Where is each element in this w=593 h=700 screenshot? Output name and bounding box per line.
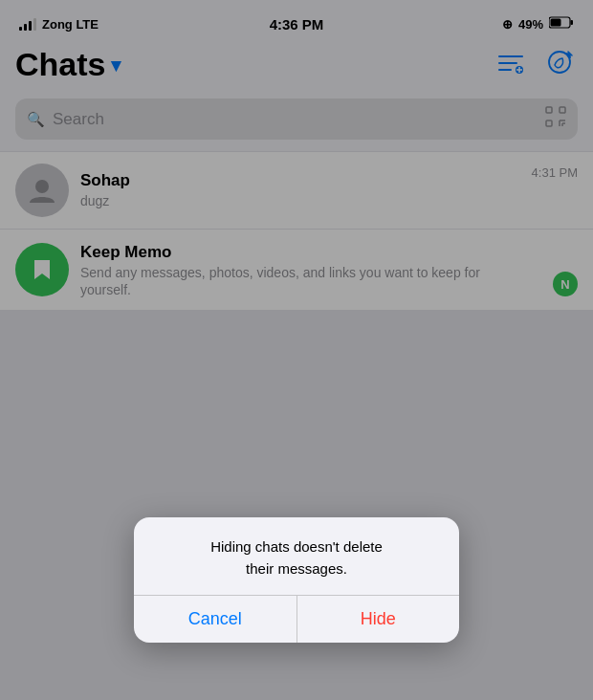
alert-dialog: Hiding chats doesn't delete their messag… — [134, 517, 459, 643]
dialog-message: Hiding chats doesn't delete their messag… — [157, 536, 436, 580]
hide-button[interactable]: Hide — [297, 596, 460, 643]
dialog-actions: Cancel Hide — [134, 595, 459, 643]
cancel-button[interactable]: Cancel — [134, 596, 297, 643]
dialog-overlay: Hiding chats doesn't delete their messag… — [0, 0, 593, 700]
dialog-body: Hiding chats doesn't delete their messag… — [134, 517, 459, 595]
